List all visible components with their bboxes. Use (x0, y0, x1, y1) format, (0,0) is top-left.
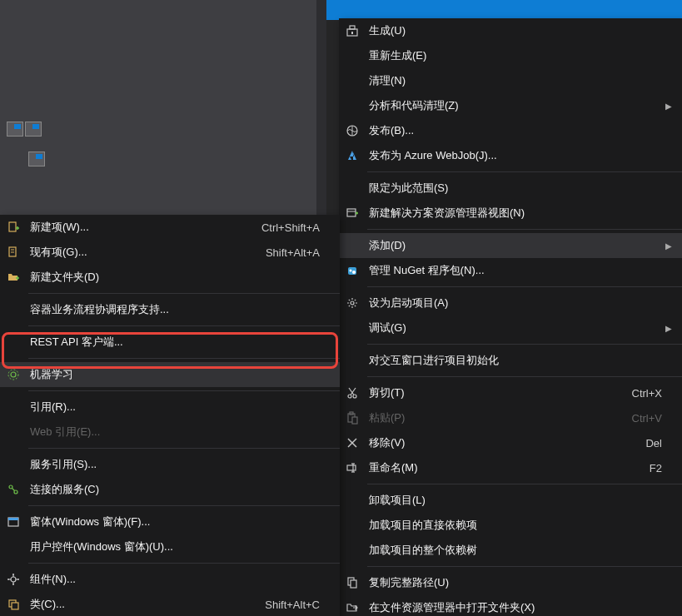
menu-item[interactable]: 加载项目的整个依赖树 (339, 538, 682, 563)
menu-item[interactable]: 剪切(T)Ctrl+X (339, 380, 682, 405)
thumb-icon (7, 122, 23, 137)
new-item-icon (0, 215, 27, 240)
menu-item[interactable]: 生成(U) (339, 18, 682, 43)
cut-icon (339, 380, 366, 405)
svg-point-39 (11, 577, 16, 582)
menu-item[interactable]: 在文件资源管理器中打开文件夹(X) (339, 595, 682, 616)
menu-item[interactable]: 窗体(Windows 窗体)(F)... (0, 509, 340, 534)
menu-item: 粘贴(P)Ctrl+V (339, 405, 682, 430)
menu-item-label: 新建文件夹(D) (27, 270, 333, 285)
menu-separator (28, 448, 340, 449)
menu-item-label: 清理(N) (366, 73, 675, 88)
svg-rect-45 (12, 603, 18, 609)
menu-item-label: 加载项目的直接依赖项 (366, 518, 675, 533)
svg-rect-5 (347, 209, 356, 216)
menu-separator (28, 505, 340, 506)
svg-rect-38 (8, 518, 18, 520)
menu-item[interactable]: 发布为 Azure WebJob(J)... (339, 143, 682, 168)
bg-thumbnails (7, 122, 45, 166)
no-icon (339, 176, 366, 201)
menu-item-label: 连接的服务(C) (27, 482, 333, 497)
menu-item[interactable]: 现有项(G)...Shift+Alt+A (0, 240, 340, 265)
menu-item: Web 引用(E)... (0, 420, 340, 445)
menu-item-label: 剪切(T) (366, 385, 632, 400)
project-context-menu: 生成(U)重新生成(E)清理(N)分析和代码清理(Z)▶发布(B)...发布为 … (339, 18, 682, 616)
open-folder-icon (339, 595, 366, 616)
menu-item[interactable]: 用户控件(Windows 窗体)(U)... (0, 534, 340, 559)
menu-separator (28, 293, 340, 294)
menu-item[interactable]: 重新生成(E) (339, 43, 682, 68)
rename-icon (339, 455, 366, 480)
menu-item-label: 窗体(Windows 窗体)(F)... (27, 514, 333, 529)
svg-point-8 (350, 270, 352, 272)
svg-point-42 (7, 579, 9, 580)
menu-item-label: 卸载项目(L) (366, 493, 675, 508)
menu-item-label: 设为启动项目(A) (366, 296, 675, 310)
nuget-icon (339, 258, 366, 283)
menu-item[interactable]: 移除(V)Del (339, 430, 682, 455)
menu-item-label: 生成(U) (366, 23, 675, 38)
remove-icon (339, 430, 366, 455)
menu-item[interactable]: 服务引用(S)... (0, 452, 340, 477)
menu-item[interactable]: 管理 NuGet 程序包(N)... (339, 258, 682, 283)
menu-item[interactable]: 连接的服务(C) (0, 477, 340, 502)
menu-item[interactable]: 限定为此范围(S) (339, 176, 682, 201)
menu-item[interactable]: 加载项目的直接依赖项 (339, 513, 682, 538)
menu-item[interactable]: 发布(B)... (339, 118, 682, 143)
menu-item[interactable]: 组件(N)... (0, 567, 340, 592)
gear-icon (339, 291, 366, 315)
svg-point-40 (12, 574, 14, 575)
svg-point-34 (9, 485, 12, 489)
menu-item-label: 对交互窗口进行项目初始化 (366, 353, 675, 368)
menu-item-label: 管理 NuGet 程序包(N)... (366, 263, 675, 278)
menu-item-label: 粘贴(P) (366, 410, 632, 425)
menu-item-label: 类(C)... (27, 597, 265, 612)
menu-item[interactable]: 复制完整路径(U) (339, 570, 682, 595)
menu-item-label: 在文件资源管理器中打开文件夹(X) (366, 600, 675, 615)
menu-item-label: 调试(G) (366, 320, 662, 335)
menu-item[interactable]: 添加(D)▶ (339, 233, 682, 258)
menu-item-label: 限定为此范围(S) (366, 181, 675, 196)
no-icon (339, 43, 366, 68)
menu-item-label: 机器学习 (27, 367, 333, 382)
menu-item[interactable]: 机器学习 (0, 362, 340, 387)
no-icon (0, 395, 27, 420)
menu-item[interactable]: 调试(G)▶ (339, 315, 682, 340)
no-icon (339, 233, 366, 258)
menu-item-label: 新建解决方案资源管理器视图(N) (366, 206, 675, 221)
menu-separator (28, 325, 340, 326)
class-icon (0, 592, 27, 616)
menu-item[interactable]: 对交互窗口进行项目初始化 (339, 348, 682, 373)
menu-item[interactable]: 重命名(M)F2 (339, 455, 682, 480)
menu-item[interactable]: 容器业务流程协调程序支持... (0, 297, 340, 322)
svg-rect-25 (351, 580, 356, 588)
no-icon (0, 420, 27, 445)
menu-separator (367, 566, 682, 567)
menu-item[interactable]: 卸载项目(L) (339, 488, 682, 513)
menu-item-label: 重命名(M) (366, 460, 650, 475)
no-icon (0, 534, 27, 559)
existing-item-icon (0, 240, 27, 265)
menu-item[interactable]: 新建文件夹(D) (0, 265, 340, 290)
add-submenu: 新建项(W)...Ctrl+Shift+A现有项(G)...Shift+Alt+… (0, 215, 340, 616)
menu-item[interactable]: 新建项(W)...Ctrl+Shift+A (0, 215, 340, 240)
new-view-icon (339, 201, 366, 226)
menu-item[interactable]: 分析和代码清理(Z)▶ (339, 93, 682, 118)
background-panel (0, 0, 316, 216)
menu-item-label: 发布为 Azure WebJob(J)... (366, 148, 675, 163)
menu-item[interactable]: REST API 客户端... (0, 330, 340, 355)
component-icon (0, 567, 27, 592)
menu-item-label: Web 引用(E)... (27, 425, 333, 440)
menu-separator (28, 390, 340, 391)
menu-separator (367, 171, 682, 172)
menu-item[interactable]: 设为启动项目(A) (339, 291, 682, 315)
menu-item[interactable]: 清理(N) (339, 68, 682, 93)
menu-separator (367, 286, 682, 287)
connected-service-icon (0, 477, 27, 502)
menu-item[interactable]: 类(C)...Shift+Alt+C (0, 592, 340, 616)
selected-project-row[interactable] (326, 0, 682, 20)
no-icon (339, 348, 366, 373)
menu-item-shortcut: Shift+Alt+A (266, 246, 333, 259)
menu-item[interactable]: 新建解决方案资源管理器视图(N) (339, 201, 682, 226)
menu-item[interactable]: 引用(R)... (0, 395, 340, 420)
